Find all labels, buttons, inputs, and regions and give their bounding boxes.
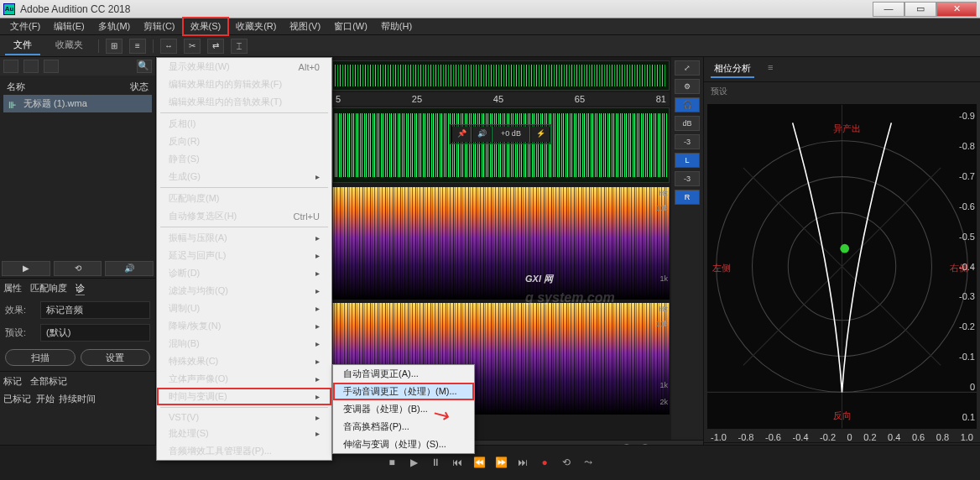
menu-file[interactable]: 文件(F) bbox=[3, 18, 47, 34]
hud-fx-icon[interactable]: ⚡ bbox=[531, 127, 550, 142]
tab-menu-icon[interactable]: ≡ bbox=[764, 60, 776, 78]
menu-item[interactable]: 降噪/恢复(N) bbox=[157, 317, 331, 335]
menu-item[interactable]: 振幅与压限(A) bbox=[157, 229, 331, 247]
scan-button[interactable]: 扫描 bbox=[5, 349, 76, 366]
menu-item[interactable]: 立体声声像(O) bbox=[157, 370, 331, 388]
menu-item[interactable]: 显示效果组(W)Alt+0 bbox=[157, 58, 331, 76]
menu-item[interactable]: 诊断(D) bbox=[157, 264, 331, 282]
waveform-tool-icon[interactable]: ⊞ bbox=[106, 39, 122, 54]
submenu-item[interactable]: 伸缩与变调（处理）(S)... bbox=[333, 436, 474, 453]
menu-item[interactable]: 延迟与回声(L) bbox=[157, 247, 331, 264]
spectrogram-left[interactable]: Hz 10k 1k bbox=[332, 187, 670, 300]
menu-item[interactable]: 调制(U) bbox=[157, 300, 331, 317]
multitrack-tool-icon[interactable]: ≡ bbox=[129, 39, 146, 54]
razor-tool-icon[interactable]: ✂ bbox=[184, 39, 201, 54]
menu-item[interactable]: 自动修复选区(H)Ctrl+U bbox=[157, 207, 331, 225]
menu-item[interactable]: 生成(G) bbox=[157, 168, 331, 185]
forward-icon[interactable]: ⏩ bbox=[493, 457, 508, 470]
main-waveform[interactable] bbox=[332, 107, 670, 183]
ruler-tick: 81 bbox=[656, 94, 666, 104]
menu-item[interactable]: 编辑效果组内的剪辑效果(F) bbox=[157, 76, 331, 93]
tab-match[interactable]: 匹配响度 bbox=[30, 282, 67, 295]
menu-item[interactable]: VST(V) bbox=[157, 410, 331, 425]
file-item[interactable]: ⊪ 无标题 (1).wma bbox=[3, 95, 152, 112]
move-tool-icon[interactable]: ↔ bbox=[160, 39, 177, 54]
stop-icon[interactable]: ■ bbox=[384, 457, 399, 470]
hud-db-value[interactable]: +0 dB bbox=[493, 127, 529, 142]
tab-diag[interactable]: 诊 bbox=[76, 282, 85, 295]
menu-window[interactable]: 窗口(W) bbox=[327, 18, 374, 34]
preset-select[interactable]: (默认) bbox=[40, 324, 150, 342]
record-icon[interactable] bbox=[44, 60, 59, 73]
next-icon[interactable]: ⏭ bbox=[515, 457, 530, 470]
menu-item[interactable]: 批处理(S) bbox=[157, 425, 331, 442]
settings-icon[interactable]: ⚙ bbox=[675, 79, 700, 94]
app-icon: Au bbox=[3, 3, 15, 15]
tab-favorites[interactable]: 收藏夹 bbox=[47, 36, 91, 55]
menu-item[interactable]: 反相(I) bbox=[157, 115, 331, 133]
menu-item[interactable]: 编辑效果组内的音轨效果(T) bbox=[157, 93, 331, 111]
overview-waveform[interactable] bbox=[332, 60, 670, 91]
menu-edit[interactable]: 编辑(E) bbox=[47, 18, 91, 34]
tab-attr[interactable]: 属性 bbox=[3, 282, 22, 295]
phase-x-scale: -1.0-0.8-0.6-0.4-0.200.20.40.60.81.0 bbox=[704, 432, 980, 442]
loop-icon[interactable]: ⟲ bbox=[54, 261, 102, 276]
menu-item[interactable]: 匹配响度(M) bbox=[157, 190, 331, 207]
loop-icon[interactable]: ⟲ bbox=[559, 457, 574, 470]
ruler-tick: 25 bbox=[412, 94, 422, 104]
freq-label: 10k bbox=[655, 320, 668, 328]
phase-scope[interactable]: 异产出 左侧 右侧 反向 -0.9-0.8-0.7-0.6-0.5-0.4-0.… bbox=[707, 104, 977, 429]
menu-item[interactable]: 音频增效工具管理器(P)... bbox=[157, 442, 331, 460]
titlebar: Au Adobe Audition CC 2018 — ▭ ✕ bbox=[0, 0, 980, 18]
menu-view[interactable]: 视图(V) bbox=[283, 18, 327, 34]
submenu-item[interactable]: 手动音调更正（处理）(M)... bbox=[333, 383, 474, 400]
play-icon[interactable]: ▶ bbox=[2, 261, 50, 276]
menu-effects[interactable]: 效果(S) bbox=[182, 17, 230, 36]
tab-all-markers[interactable]: 全部标记 bbox=[30, 375, 67, 388]
time-ruler[interactable]: 5 25 45 65 81 bbox=[332, 92, 670, 106]
preset-label: 预设 bbox=[704, 82, 980, 101]
global-transport: ■ ▶ ⏸ ⏮ ⏪ ⏩ ⏭ ● ⟲ ⤳ bbox=[384, 457, 596, 470]
headphone-icon[interactable]: 🎧 bbox=[675, 97, 700, 112]
effect-select[interactable]: 标记音频 bbox=[40, 301, 150, 319]
time-select-icon[interactable]: ⌶ bbox=[231, 39, 248, 54]
minimize-button[interactable]: — bbox=[873, 2, 904, 17]
close-button[interactable]: ✕ bbox=[936, 2, 977, 17]
main-area: 🔍 名称 状态 ⊪ 无标题 (1).wma ▶ ⟲ 🔊 属性 匹配响度 诊 效果… bbox=[0, 57, 980, 480]
skip-icon[interactable]: ⤳ bbox=[581, 457, 596, 470]
tab-phase[interactable]: 相位分析 bbox=[711, 60, 754, 78]
menu-item[interactable]: 特殊效果(C) bbox=[157, 352, 331, 370]
speaker-icon[interactable]: 🔊 bbox=[105, 261, 154, 276]
menu-item[interactable]: 反向(R) bbox=[157, 133, 331, 150]
new-file-icon[interactable] bbox=[23, 60, 39, 73]
menu-clip[interactable]: 剪辑(C) bbox=[137, 18, 181, 34]
menu-help[interactable]: 帮助(H) bbox=[374, 18, 419, 34]
phase-left-label: 左侧 bbox=[712, 263, 731, 273]
freq-label: 2k bbox=[659, 398, 668, 406]
maximize-button[interactable]: ▭ bbox=[904, 2, 936, 17]
slip-tool-icon[interactable]: ⇄ bbox=[207, 39, 224, 54]
open-file-icon[interactable] bbox=[3, 60, 18, 73]
pause-icon[interactable]: ⏸ bbox=[428, 457, 443, 470]
submenu-item[interactable]: 变调器（处理）(B)... bbox=[333, 400, 474, 418]
settings-button[interactable]: 设置 bbox=[81, 349, 151, 366]
menu-multitrack[interactable]: 多轨(M) bbox=[91, 18, 138, 34]
menu-favorites[interactable]: 收藏夹(R) bbox=[229, 18, 283, 34]
prev-icon[interactable]: ⏮ bbox=[450, 457, 465, 470]
zoom-icon[interactable]: ⤢ bbox=[675, 60, 700, 76]
hud-volume-icon[interactable]: 🔊 bbox=[472, 127, 491, 142]
menu-item[interactable]: 静音(S) bbox=[157, 150, 331, 168]
menu-item[interactable]: 滤波与均衡(Q) bbox=[157, 282, 331, 300]
hud-pin-icon[interactable]: 📌 bbox=[452, 127, 471, 142]
right-channel-button[interactable]: R bbox=[675, 190, 700, 205]
record-icon[interactable]: ● bbox=[537, 457, 552, 470]
menu-item[interactable]: 时间与变调(E) bbox=[157, 388, 331, 405]
tab-files[interactable]: 文件 bbox=[5, 36, 40, 55]
submenu-item[interactable]: 自动音调更正(A)... bbox=[333, 365, 474, 383]
play-icon[interactable]: ▶ bbox=[406, 457, 421, 470]
menu-item[interactable]: 混响(B) bbox=[157, 335, 331, 352]
tab-marker[interactable]: 标记 bbox=[3, 375, 22, 388]
search-icon[interactable]: 🔍 bbox=[137, 60, 152, 73]
left-channel-button[interactable]: L bbox=[675, 153, 700, 168]
rewind-icon[interactable]: ⏪ bbox=[472, 457, 487, 470]
